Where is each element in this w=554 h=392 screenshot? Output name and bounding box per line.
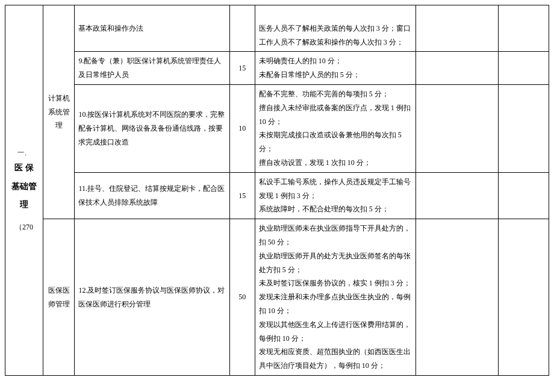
assessment-table: 一、 医 保 基础管 理 （270 计算机系统管理 基本政策和操作办法 医务人员… <box>5 5 549 376</box>
score-cell: 15 <box>229 172 255 219</box>
category-points: （270 <box>9 220 39 234</box>
item-cell: 12.及时签订医保服务协议与医保医师协议，对医保医师进行积分管理 <box>75 219 229 376</box>
category-name-2: 基础管 <box>9 178 39 196</box>
score-cell <box>229 5 255 52</box>
blank-cell <box>416 52 499 85</box>
item-cell: 9.配备专（兼）职医保计算机系统管理责任人及日常维护人员 <box>75 52 229 85</box>
criteria-cell: 医务人员不了解相关政策的每人次扣 3 分；窗口工作人员不了解政策和操作的每人次扣… <box>255 5 416 52</box>
blank-cell <box>416 5 499 52</box>
blank-cell <box>498 84 549 172</box>
criteria-cell: 执业助理医师未在执业医师指导下开具处方的，扣 50 分； 执业助理医师开具的处方… <box>255 219 416 376</box>
blank-cell <box>498 52 549 85</box>
category-name-1: 医 保 <box>9 159 39 178</box>
category-name-3: 理 <box>9 196 39 214</box>
blank-cell <box>498 5 549 52</box>
group-label-2: 医保医师管理 <box>43 219 74 376</box>
blank-cell <box>498 172 549 219</box>
group-label-1: 计算机系统管理 <box>43 5 74 219</box>
item-cell: 基本政策和操作办法 <box>75 5 229 52</box>
blank-cell <box>416 219 499 376</box>
blank-cell <box>416 172 499 219</box>
item-cell: 11.挂号、住院登记、结算按规定刷卡，配合医保技术人员排除系统故障 <box>75 172 229 219</box>
blank-cell <box>498 219 549 376</box>
criteria-cell: 未明确责任人的扣 10 分； 未配备日常维护人员的扣 5 分； <box>255 52 416 85</box>
blank-cell <box>416 84 499 172</box>
category-seq: 一、 <box>9 146 39 159</box>
item-cell: 10.按医保计算机系统对不同医院的要求，完整配备计算机、网络设备及备份通信线路，… <box>75 84 229 172</box>
category-cell: 一、 医 保 基础管 理 （270 <box>5 5 43 376</box>
criteria-cell: 配备不完整、功能不完善的每项扣 5 分； 擅自接入未经审批或备案的医疗点，发现 … <box>255 84 416 172</box>
score-cell: 15 <box>229 52 255 85</box>
criteria-cell: 私设手工输号系统，操作人员违反规定手工输号发现 1 例扣 3 分； 系统故障时，… <box>255 172 416 219</box>
score-cell: 10 <box>229 84 255 172</box>
score-cell: 50 <box>229 219 255 376</box>
